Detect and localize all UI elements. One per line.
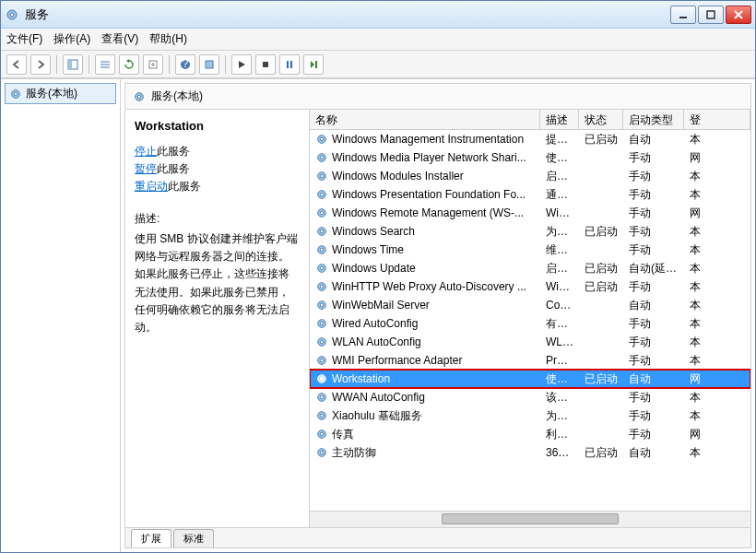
cell-desc: WLA... (540, 335, 579, 348)
cell-desc: 通过... (540, 187, 579, 203)
cell-status: 已启动 (579, 261, 623, 276)
service-row[interactable]: WMI Performance AdapterProv...手动本 (310, 351, 750, 370)
horizontal-scrollbar[interactable] (310, 511, 750, 527)
service-row[interactable]: WLAN AutoConfigWLA...手动本 (310, 333, 750, 351)
cell-name: Windows Search (310, 225, 540, 238)
cell-name: Windows Media Player Network Shari... (310, 151, 540, 164)
service-row[interactable]: 主动防御360...已启动自动本 (310, 443, 750, 462)
tab-extended[interactable]: 扩展 (131, 529, 171, 547)
restart-service-button[interactable] (303, 54, 324, 75)
svg-point-44 (320, 322, 324, 325)
gear-icon (315, 391, 328, 404)
service-name: Workstation (135, 119, 300, 133)
cell-desc: 利用... (540, 427, 579, 442)
forward-button[interactable] (30, 54, 51, 75)
service-row[interactable]: Windows Media Player Network Shari...使用.… (310, 148, 750, 167)
cell-start: 自动 (623, 298, 684, 313)
maximize-button[interactable] (698, 6, 724, 24)
cell-name: WLAN AutoConfig (310, 335, 540, 348)
cell-name: WWAN AutoConfig (310, 391, 540, 404)
cell-logon: 本 (684, 261, 750, 276)
gear-icon (315, 262, 328, 275)
svg-rect-3 (707, 11, 715, 18)
list-button[interactable] (95, 54, 115, 75)
svg-rect-15 (263, 62, 268, 67)
stop-link[interactable]: 停止 (135, 145, 157, 158)
menu-view[interactable]: 查看(V) (101, 31, 138, 47)
show-hide-button[interactable] (63, 54, 83, 75)
svg-point-38 (320, 266, 324, 270)
refresh-button[interactable] (119, 54, 139, 75)
service-row[interactable]: Wired AutoConfig有线...手动本 (310, 314, 750, 333)
cell-logon: 本 (684, 242, 750, 258)
cell-name: Windows Presentation Foundation Fo... (310, 188, 540, 201)
gear-icon (315, 409, 328, 422)
gear-icon (315, 446, 328, 459)
svg-point-50 (320, 377, 324, 381)
list-pane: 名称 描述 状态 启动类型 登 Windows Management Instr… (310, 110, 750, 527)
body: 服务(本地) 服务(本地) Workstation 停止此服务 暂停此服务 重启… (1, 78, 755, 552)
scrollbar-thumb[interactable] (442, 513, 618, 524)
stop-service-button[interactable] (255, 54, 276, 75)
service-row[interactable]: WinWebMail ServerCop...自动本 (310, 296, 750, 314)
service-row[interactable]: 传真利用...手动网 (310, 425, 750, 443)
cell-logon: 本 (684, 224, 750, 240)
menu-action[interactable]: 操作(A) (53, 31, 90, 47)
gear-icon (315, 133, 328, 146)
svg-point-58 (320, 451, 324, 454)
cell-start: 手动 (623, 279, 684, 295)
back-button[interactable] (6, 54, 27, 75)
cell-logon: 本 (684, 335, 750, 350)
gear-icon (315, 170, 328, 182)
cell-start: 手动 (623, 390, 684, 406)
menu-file[interactable]: 文件(F) (6, 31, 42, 47)
cell-logon: 本 (684, 390, 750, 406)
content: Workstation 停止此服务 暂停此服务 重启动此服务 描述: 使用 SM… (125, 110, 750, 527)
close-button[interactable] (726, 6, 751, 24)
cell-start: 自动 (623, 445, 684, 461)
service-row[interactable]: WinHTTP Web Proxy Auto-Discovery ...Win.… (310, 277, 750, 296)
service-row[interactable]: Windows Modules Installer启用...手动本 (310, 167, 750, 185)
col-status[interactable]: 状态 (579, 110, 623, 129)
pause-link[interactable]: 暂停 (135, 162, 157, 175)
toolbar: ? (1, 51, 755, 78)
view-tabs: 扩展 标准 (125, 527, 750, 547)
start-service-button[interactable] (231, 54, 252, 75)
service-row[interactable]: WWAN AutoConfig该服...手动本 (310, 388, 750, 406)
service-row[interactable]: Windows Presentation Foundation Fo...通过.… (310, 185, 750, 204)
main-header-label: 服务(本地) (151, 88, 203, 104)
service-row[interactable]: Xiaohulu 基础服务为小...手动本 (310, 406, 750, 425)
col-logon[interactable]: 登 (684, 110, 750, 129)
separator (89, 55, 89, 74)
properties-button[interactable] (199, 54, 219, 75)
service-row[interactable]: Windows Time维护...手动本 (310, 241, 750, 259)
cell-desc: Prov... (540, 354, 579, 367)
col-desc[interactable]: 描述 (540, 110, 579, 129)
cell-desc: 启用... (540, 261, 579, 276)
cell-desc: Cop... (540, 299, 579, 312)
col-start[interactable]: 启动类型 (623, 110, 684, 129)
service-row[interactable]: Windows Management Instrumentation提供...已… (310, 130, 750, 148)
service-row[interactable]: Windows Remote Management (WS-...Win...手… (310, 204, 750, 222)
service-row[interactable]: Workstation使用 ...已启动自动网 (310, 370, 750, 388)
service-row[interactable]: Windows Search为文...已启动手动本 (310, 222, 750, 241)
svg-point-24 (320, 137, 324, 141)
restart-link[interactable]: 重启动 (135, 180, 168, 193)
cell-name: Workstation (310, 372, 540, 385)
col-name[interactable]: 名称 (310, 110, 540, 129)
cell-logon: 本 (684, 445, 750, 461)
minimize-button[interactable] (670, 6, 696, 24)
pause-service-button[interactable] (279, 54, 300, 75)
menu-help[interactable]: 帮助(H) (149, 31, 187, 47)
cell-name: Wired AutoConfig (310, 317, 540, 330)
separator (56, 55, 57, 74)
cell-logon: 本 (684, 408, 750, 424)
cell-desc: 使用... (540, 150, 579, 166)
export-button[interactable] (143, 54, 163, 75)
service-row[interactable]: Windows Update启用...已启动自动(延迟...本 (310, 259, 750, 277)
cell-logon: 本 (684, 169, 750, 184)
help-button[interactable]: ? (175, 54, 195, 75)
tree-root[interactable]: 服务(本地) (5, 83, 116, 104)
cell-name: WinHTTP Web Proxy Auto-Discovery ... (310, 280, 540, 293)
tab-standard[interactable]: 标准 (173, 529, 214, 547)
